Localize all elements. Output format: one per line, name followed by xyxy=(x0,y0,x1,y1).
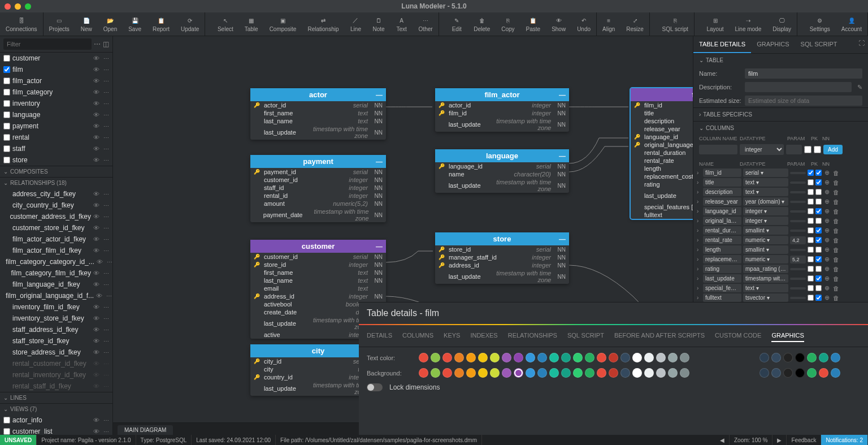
eye-icon[interactable]: 👁 xyxy=(93,338,99,344)
table-checkbox[interactable] xyxy=(3,55,10,62)
col-type-select[interactable]: numeric ▾ xyxy=(743,255,788,263)
show-button[interactable]: 👁Show xyxy=(546,12,571,36)
expand-icon[interactable]: › xyxy=(697,285,701,291)
expand-icon[interactable]: › xyxy=(697,189,701,195)
move-icon[interactable]: ⊕ xyxy=(823,236,831,244)
col-name-input[interactable]: special_feature xyxy=(703,284,741,292)
minimize-icon[interactable]: — xyxy=(376,243,383,250)
connections-button[interactable]: 🗄Connections xyxy=(0,12,43,36)
lock-dimensions-toggle[interactable] xyxy=(367,383,383,391)
edit-button[interactable]: ✎Edit xyxy=(445,12,468,36)
col-param-input[interactable] xyxy=(790,297,806,299)
color-swatch[interactable] xyxy=(454,368,464,378)
new-col-pk-check[interactable] xyxy=(804,146,811,153)
col-type-select[interactable]: year (domain) ▾ xyxy=(743,197,788,206)
color-swatch[interactable] xyxy=(620,353,630,362)
more-icon[interactable]: ⋯ xyxy=(103,338,109,344)
expand-panel-icon[interactable]: ⛶ xyxy=(855,36,868,53)
eye-icon[interactable]: 👁 xyxy=(93,326,99,333)
eye-icon[interactable]: 👁 xyxy=(93,270,99,276)
detail-tab-columns[interactable]: COLUMNS xyxy=(402,330,433,342)
col-name-input[interactable]: film_id xyxy=(703,169,741,177)
more-icon[interactable]: ⋯ xyxy=(103,78,109,84)
entity-column[interactable]: 🔑actor_idintegerNN xyxy=(435,101,569,109)
color-swatch[interactable] xyxy=(656,353,666,362)
color-swatch[interactable] xyxy=(597,353,606,362)
close-icon[interactable] xyxy=(5,3,11,10)
tree-table-staff[interactable]: staff👁⋯ xyxy=(0,143,112,154)
entity-actor[interactable]: actor—🔑actor_idserialNNfirst_nametextNNl… xyxy=(250,88,386,140)
table-checkbox[interactable] xyxy=(3,145,10,152)
col-nn-check[interactable] xyxy=(815,275,822,282)
tree-rel[interactable]: customer_address_id_fkey👁⋯ xyxy=(0,211,112,222)
color-swatch[interactable] xyxy=(466,368,476,378)
delete-col-icon[interactable]: 🗑 xyxy=(832,198,840,205)
expand-icon[interactable]: › xyxy=(697,237,701,243)
color-swatch[interactable] xyxy=(478,353,488,362)
col-pk-check[interactable] xyxy=(808,266,814,272)
col-type-select[interactable]: integer ▾ xyxy=(743,207,788,215)
more-icon[interactable]: ⋯ xyxy=(103,270,109,276)
col-type-select[interactable]: smallint ▾ xyxy=(743,226,788,235)
display-button[interactable]: 🖵Display xyxy=(767,12,797,36)
entity-header[interactable]: actor— xyxy=(250,88,386,101)
section-table-header[interactable]: TABLE xyxy=(693,54,868,67)
more-icon[interactable]: ⋯ xyxy=(103,248,109,254)
other-button[interactable]: ⋯Other xyxy=(413,12,439,36)
entity-column[interactable]: 🔑language_idserialNN xyxy=(435,162,569,170)
layout-button[interactable]: ⊞Layout xyxy=(701,12,730,36)
more-icon[interactable]: ⋯ xyxy=(103,361,109,367)
entity-column[interactable]: amountnumeric(5,2)NN xyxy=(250,200,386,208)
entity-column[interactable]: ratingmpaa_rating xyxy=(631,180,693,188)
expand-icon[interactable]: › xyxy=(697,275,701,282)
move-icon[interactable]: ⊕ xyxy=(823,227,831,234)
estimated-size-input[interactable] xyxy=(745,96,862,106)
color-swatch[interactable] xyxy=(561,368,571,378)
color-swatch[interactable] xyxy=(668,353,678,362)
tab-main-diagram[interactable]: MAIN DIAGRAM xyxy=(118,425,173,435)
entity-column[interactable]: last_updatetimestamp with time zoneNN xyxy=(435,117,569,132)
more-icon[interactable]: ⋯ xyxy=(103,89,109,96)
col-nn-check[interactable] xyxy=(815,256,822,262)
col-param-input[interactable] xyxy=(790,220,806,222)
color-swatch[interactable] xyxy=(783,353,793,362)
eye-icon[interactable]: 👁 xyxy=(96,292,102,299)
color-swatch[interactable] xyxy=(442,353,452,362)
color-swatch[interactable] xyxy=(537,368,547,378)
col-nn-check[interactable] xyxy=(815,218,822,224)
col-nn-check[interactable] xyxy=(815,227,822,234)
eye-icon[interactable]: 👁 xyxy=(93,247,99,254)
entity-header[interactable]: language— xyxy=(435,149,569,162)
section-specifics-header[interactable]: TABLE SPECIFICS xyxy=(693,108,868,121)
move-icon[interactable]: ⊕ xyxy=(823,198,831,205)
tab-table-details[interactable]: TABLE DETAILS xyxy=(693,36,751,53)
entity-column[interactable]: last_updatetimestamp with time zoneNN xyxy=(631,188,693,203)
tree-view[interactable]: actor_info👁⋯ xyxy=(0,414,112,426)
tree-rel[interactable]: rental_inventory_id_fkey👁⋯ xyxy=(0,369,112,381)
tree-view[interactable]: customer_list👁⋯ xyxy=(0,426,112,435)
color-swatch[interactable] xyxy=(573,368,583,378)
color-swatch[interactable] xyxy=(514,353,523,362)
tree-rel[interactable]: city_country_id_fkey👁⋯ xyxy=(0,200,112,211)
color-swatch[interactable] xyxy=(644,368,654,378)
status-feedback[interactable]: Feedback xyxy=(787,435,821,445)
detail-tab-graphics[interactable]: GRAPHICS xyxy=(771,330,804,342)
delete-col-icon[interactable]: 🗑 xyxy=(832,169,840,176)
col-name-input[interactable]: fulltext xyxy=(703,293,741,302)
entity-film_actor[interactable]: film_actor—🔑actor_idintegerNN🔑film_idint… xyxy=(435,88,569,132)
color-swatch[interactable] xyxy=(454,353,464,362)
entity-column[interactable]: 🔑address_idintegerNN xyxy=(435,261,569,269)
expand-icon[interactable]: › xyxy=(697,256,701,262)
save-button[interactable]: 💾Save xyxy=(123,12,147,36)
color-swatch[interactable] xyxy=(526,353,535,362)
col-param-input[interactable] xyxy=(790,278,806,280)
move-icon[interactable]: ⊕ xyxy=(823,294,831,301)
entity-column[interactable]: replacement_costnumeric(5,2)NN xyxy=(631,172,693,180)
col-param-input[interactable] xyxy=(790,268,806,270)
table-checkbox[interactable] xyxy=(3,89,10,96)
tree-rel[interactable]: film_original_language_id_f...👁⋯ xyxy=(0,290,112,301)
col-pk-check[interactable] xyxy=(808,256,814,262)
table-checkbox[interactable] xyxy=(3,123,10,129)
eye-icon[interactable]: 👁 xyxy=(93,55,99,62)
more-icon[interactable]: ⋯ xyxy=(103,225,109,231)
